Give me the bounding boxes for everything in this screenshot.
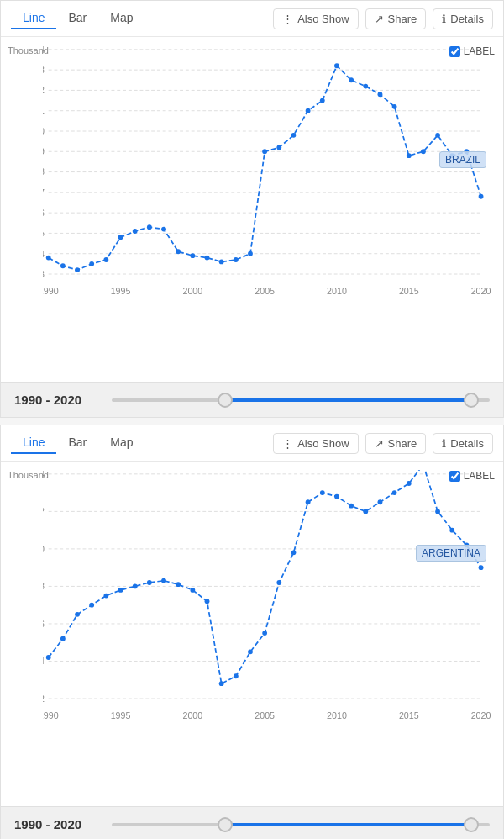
data-dot: [118, 588, 123, 593]
data-dot: [147, 224, 152, 230]
data-dot: [89, 603, 94, 608]
data-dot: [262, 149, 267, 154]
share-button-icon: ↗: [375, 437, 384, 450]
svg-text:1990: 1990: [43, 286, 59, 296]
svg-text:6: 6: [43, 619, 45, 629]
share-button-icon: ↗: [375, 13, 384, 25]
details-button[interactable]: ℹDetails: [433, 433, 493, 454]
share-button[interactable]: ↗Share: [365, 8, 427, 29]
data-dot: [103, 257, 108, 262]
svg-text:7: 7: [43, 187, 45, 198]
svg-text:12: 12: [43, 506, 45, 516]
svg-text:2020: 2020: [471, 710, 491, 720]
chart-area: ThousandLABEL345678910111213141990199520…: [1, 37, 503, 382]
svg-text:4: 4: [43, 656, 45, 666]
data-dot: [176, 249, 181, 254]
svg-text:9: 9: [43, 146, 45, 156]
data-dot: [392, 490, 397, 495]
label-text: LABEL: [464, 45, 495, 57]
toolbar: LineBarMap⋮Also Show↗ShareℹDetails: [1, 1, 503, 37]
tab-group: LineBarMap: [11, 8, 145, 29]
svg-text:5: 5: [43, 228, 45, 238]
tab-bar[interactable]: Bar: [56, 432, 98, 454]
data-dot: [291, 133, 297, 138]
svg-text:4: 4: [43, 249, 45, 259]
country-tag: ARGENTINA: [416, 545, 486, 562]
svg-text:2020: 2020: [471, 286, 491, 296]
slider-thumb-right[interactable]: [464, 393, 479, 408]
data-dot: [276, 580, 281, 585]
data-dot: [75, 612, 80, 617]
svg-text:13: 13: [43, 65, 45, 75]
data-line: [49, 66, 481, 270]
data-dot: [60, 263, 66, 268]
details-button[interactable]: ℹDetails: [433, 8, 493, 29]
label-checkbox[interactable]: LABEL: [449, 45, 495, 57]
data-dot: [205, 599, 210, 604]
data-dot: [161, 578, 166, 583]
data-line: [49, 470, 481, 683]
svg-text:2000: 2000: [182, 286, 202, 296]
data-dot: [133, 584, 138, 589]
data-dot: [320, 490, 325, 495]
svg-text:2: 2: [43, 694, 45, 704]
data-dot: [291, 550, 297, 555]
data-dot: [479, 194, 484, 199]
svg-text:3: 3: [43, 269, 45, 279]
slider-range-label: 1990 - 2020: [14, 817, 98, 831]
data-dot: [60, 636, 66, 641]
data-dot: [435, 509, 440, 514]
tab-map[interactable]: Map: [98, 432, 144, 454]
label-checkbox[interactable]: LABEL: [449, 470, 495, 482]
chart-svg: 3456789101112131419901995200020052010201…: [43, 45, 495, 331]
data-dot: [276, 145, 281, 150]
data-dot: [306, 108, 311, 113]
data-dot: [378, 499, 383, 504]
data-dot: [176, 582, 181, 587]
data-dot: [392, 104, 397, 109]
also-show-button[interactable]: ⋮Also Show: [273, 8, 358, 29]
slider-thumb-left[interactable]: [218, 393, 233, 408]
tab-line[interactable]: Line: [11, 432, 56, 454]
also-show-button-icon: ⋮: [282, 13, 293, 25]
data-dot: [46, 655, 51, 660]
slider-thumb-right[interactable]: [464, 817, 479, 832]
details-button-icon: ℹ: [442, 437, 446, 450]
share-button[interactable]: ↗Share: [365, 433, 427, 454]
slider-track[interactable]: [112, 398, 490, 402]
svg-text:8: 8: [43, 581, 45, 591]
data-dot: [248, 649, 253, 654]
svg-text:6: 6: [43, 208, 45, 218]
data-dot: [306, 499, 311, 504]
label-toggle[interactable]: [449, 46, 460, 57]
svg-text:1990: 1990: [43, 710, 59, 720]
slider-range-label: 1990 - 2020: [14, 393, 98, 407]
data-dot: [479, 565, 484, 570]
data-dot: [234, 257, 239, 262]
data-dot: [363, 509, 368, 514]
svg-text:2010: 2010: [327, 286, 347, 296]
data-dot: [133, 229, 138, 234]
data-dot: [378, 92, 383, 97]
data-dot: [407, 481, 412, 486]
slider-thumb-left[interactable]: [218, 817, 233, 832]
data-dot: [103, 594, 108, 599]
data-dot: [46, 256, 51, 261]
slider-track[interactable]: [112, 823, 490, 826]
slider-fill: [225, 398, 471, 402]
svg-text:1995: 1995: [111, 710, 131, 720]
tab-map[interactable]: Map: [98, 8, 144, 29]
data-dot: [349, 504, 354, 509]
data-dot: [421, 149, 426, 154]
label-toggle[interactable]: [449, 471, 460, 482]
tab-bar[interactable]: Bar: [56, 8, 98, 29]
svg-text:2010: 2010: [327, 710, 347, 720]
data-dot: [219, 681, 224, 686]
svg-text:2015: 2015: [399, 286, 419, 296]
data-dot: [320, 98, 325, 103]
svg-text:11: 11: [43, 106, 45, 116]
data-dot: [334, 63, 339, 68]
also-show-button[interactable]: ⋮Also Show: [273, 433, 358, 454]
tab-line[interactable]: Line: [11, 8, 56, 29]
also-show-button-icon: ⋮: [282, 437, 293, 450]
